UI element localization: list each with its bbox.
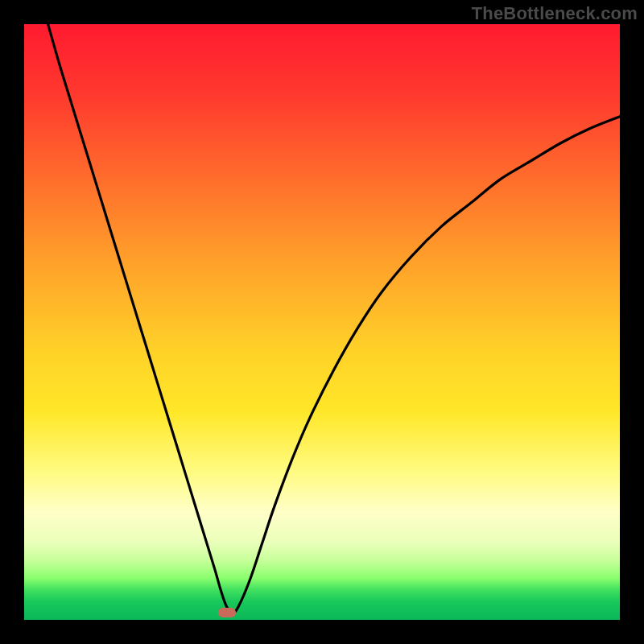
bottleneck-curve xyxy=(48,24,620,613)
plot-area xyxy=(24,24,620,620)
curve-svg xyxy=(24,24,620,620)
chart-frame: TheBottleneck.com xyxy=(0,0,644,644)
watermark-text: TheBottleneck.com xyxy=(472,3,638,24)
optimal-marker xyxy=(218,608,236,617)
